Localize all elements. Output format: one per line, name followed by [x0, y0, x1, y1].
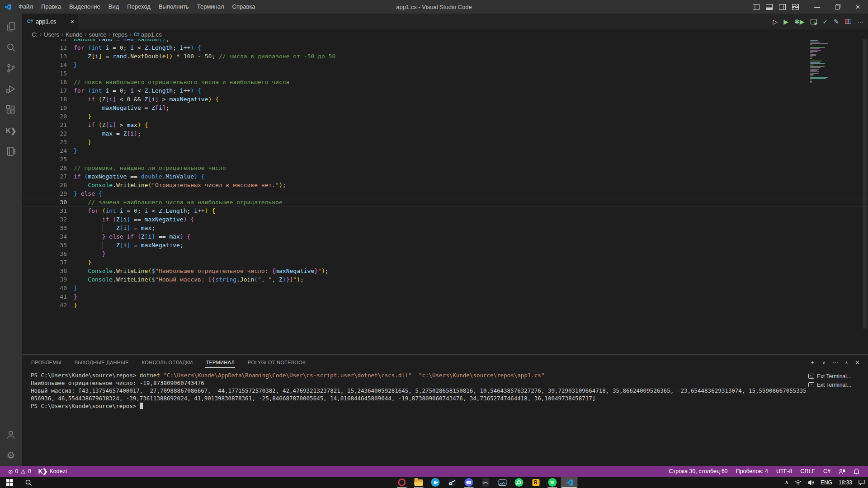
code-line-12[interactable]: 12for (int i = 0; i < Z.Length; i++) {	[22, 43, 868, 52]
vscode-taskbar-icon[interactable]	[561, 477, 577, 488]
file-explorer-icon[interactable]	[410, 477, 427, 488]
code-line-23[interactable]: 23 }	[22, 138, 868, 146]
breadcrumb-item[interactable]: Users	[44, 31, 59, 38]
code-line-13[interactable]: 13 Z[i] = rand.NextDouble() * 100 - 50; …	[22, 52, 868, 61]
code-line-26[interactable]: 26// проверка, найдено ли отрицательное …	[22, 164, 868, 172]
code-line-21[interactable]: 21 if (Z[i] > max) {	[22, 121, 868, 129]
breadcrumb-item[interactable]: source	[89, 31, 107, 38]
toggle-secondary-sidebar-icon[interactable]	[779, 4, 786, 10]
language-mode-status[interactable]: C#	[819, 466, 835, 477]
code-line-19[interactable]: 19 maxNegative = Z[i];	[22, 103, 868, 112]
extensions-icon[interactable]	[0, 99, 22, 120]
code-line-28[interactable]: 28 Console.WriteLine("Отрицательных чисе…	[22, 181, 868, 189]
language-indicator[interactable]: ENG	[817, 477, 835, 488]
indentation-status[interactable]: Пробелов: 4	[732, 466, 772, 477]
more-actions-button[interactable]: ⋯	[857, 18, 863, 25]
epic-games-icon[interactable]: EPIC	[477, 477, 494, 488]
code-line-39[interactable]: 39 Console.WriteLine($"Новый массив: [{s…	[22, 275, 868, 284]
code-line-16[interactable]: 16// поиск наибольшего отрицательного чи…	[22, 78, 868, 86]
check-syntax-button[interactable]: ✓	[823, 18, 828, 25]
split-editor-button[interactable]	[845, 19, 851, 24]
maximize-panel-button[interactable]: ∧	[845, 360, 848, 365]
panel-tab-консоль-отладки[interactable]: КОНСОЛЬ ОТЛАДКИ	[142, 357, 193, 367]
panel-tab-проблемы[interactable]: ПРОБЛЕМЫ	[31, 357, 62, 367]
terminal-dropdown-icon[interactable]: ∨	[822, 360, 825, 365]
encoding-status[interactable]: UTF-8	[772, 466, 796, 477]
system-monitor-icon[interactable]	[494, 477, 510, 488]
cursor-position-status[interactable]: Строка 30, столбец 60	[665, 466, 732, 477]
minimap[interactable]	[810, 40, 861, 84]
panel-more-actions-button[interactable]: ⋯	[832, 359, 838, 366]
code-line-11[interactable]: 11Random rand = new Random();	[22, 39, 868, 43]
hidden-icons-chevron-icon[interactable]: ∧	[782, 477, 792, 488]
taskbar-search-icon[interactable]	[19, 477, 38, 488]
start-button[interactable]	[0, 477, 19, 488]
minimize-button[interactable]: —	[807, 0, 827, 14]
rockstar-launcher-icon[interactable]: R	[527, 477, 544, 488]
code-line-37[interactable]: 37 }	[22, 258, 868, 267]
code-line-24[interactable]: 24}	[22, 146, 868, 155]
clock[interactable]: 18:33	[835, 477, 855, 488]
tab-app1cs[interactable]: C# app1.cs ×	[22, 14, 78, 29]
menu-item[interactable]: Файл	[14, 0, 37, 14]
eol-status[interactable]: CRLF	[796, 466, 819, 477]
problems-status[interactable]: ⊘ 0 ⚠ 0	[5, 466, 35, 477]
code-line-42[interactable]: 42}	[22, 301, 868, 310]
restore-button[interactable]	[827, 0, 848, 14]
search-icon[interactable]	[0, 37, 22, 58]
discord-icon[interactable]	[460, 477, 477, 488]
format-document-button[interactable]: ✎	[834, 18, 839, 25]
code-line-27[interactable]: 27if (maxNegative == double.MinValue) {	[22, 172, 868, 181]
explorer-icon[interactable]	[0, 16, 22, 37]
code-line-36[interactable]: 36 }	[22, 249, 868, 258]
source-control-icon[interactable]	[0, 58, 22, 79]
code-line-33[interactable]: 33 Z[i] = max;	[22, 224, 868, 232]
menu-item[interactable]: Выделение	[65, 0, 104, 14]
feedback-icon[interactable]	[835, 466, 849, 477]
editor-scrollbar[interactable]	[862, 39, 868, 354]
run-in-terminal-button[interactable]: ▶	[811, 19, 817, 24]
menu-item[interactable]: Переход	[123, 0, 155, 14]
menu-item[interactable]: Правка	[37, 0, 65, 14]
opera-gx-icon[interactable]	[393, 477, 410, 488]
terminal-output[interactable]: PS C:\Users\Kunde\source\repos> dotnet "…	[22, 370, 806, 466]
debug-file-button[interactable]: ✱▶	[794, 18, 805, 25]
whatsapp-icon[interactable]	[510, 477, 527, 488]
toggle-sidebar-icon[interactable]	[753, 4, 760, 10]
steam-icon[interactable]	[443, 477, 460, 488]
telegram-icon[interactable]	[427, 477, 443, 488]
new-terminal-button[interactable]: ＋	[809, 358, 815, 366]
code-line-18[interactable]: 18 if (Z[i] < 0 && Z[i] > maxNegative) {	[22, 95, 868, 103]
kodezi-status[interactable]: K❯ Kodezi	[35, 466, 71, 477]
code-line-40[interactable]: 40}	[22, 284, 868, 292]
spotify-icon[interactable]	[544, 477, 561, 488]
code-line-41[interactable]: 41}	[22, 292, 868, 301]
close-window-button[interactable]: ✕	[848, 0, 868, 14]
code-line-32[interactable]: 32 if (Z[i] == maxNegative) {	[22, 215, 868, 224]
terminal-list-item[interactable]: >_Ext Terminal...	[806, 372, 868, 380]
settings-gear-icon[interactable]: ⚙	[0, 445, 22, 466]
code-line-29[interactable]: 29} else {	[22, 189, 868, 198]
panel-tab-polyglot-notebook[interactable]: POLYGLOT NOTEBOOK	[247, 357, 307, 367]
code-line-17[interactable]: 17for (int i = 0; i < Z.Length; i++) {	[22, 86, 868, 95]
menu-item[interactable]: Справка	[228, 0, 259, 14]
code-line-15[interactable]: 15	[22, 69, 868, 78]
polyglot-notebook-icon[interactable]	[0, 141, 22, 162]
account-icon[interactable]	[0, 424, 22, 445]
toggle-panel-icon[interactable]	[766, 4, 773, 10]
code-line-34[interactable]: 34 } else if (Z[i] == max) {	[22, 232, 868, 241]
code-line-31[interactable]: 31 for (int i = 0; i < Z.Length; i++) {	[22, 206, 868, 215]
code-line-22[interactable]: 22 max = Z[i];	[22, 129, 868, 138]
code-editor[interactable]: 11Random rand = new Random();12for (int …	[22, 39, 868, 354]
code-line-14[interactable]: 14}	[22, 61, 868, 69]
menu-item[interactable]: Терминал	[193, 0, 228, 14]
code-line-30[interactable]: 30 // замена наибольшего числа на наибол…	[22, 198, 868, 206]
notifications-bell-icon[interactable]	[849, 466, 863, 477]
breadcrumb-item[interactable]: app1.cs	[141, 31, 162, 38]
run-without-debugging-button[interactable]: ▷	[773, 18, 778, 25]
code-line-25[interactable]: 25	[22, 155, 868, 164]
panel-tab-терминал[interactable]: ТЕРМИНАЛ	[205, 357, 235, 368]
breadcrumb-item[interactable]: Kunde	[66, 31, 83, 38]
tab-close-icon[interactable]: ×	[71, 18, 74, 25]
code-line-20[interactable]: 20 }	[22, 112, 868, 121]
